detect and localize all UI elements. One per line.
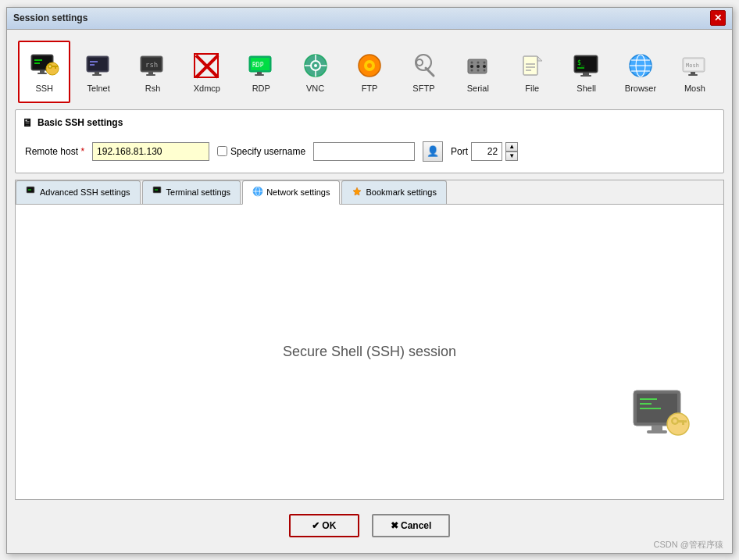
protocol-item-serial[interactable]: Serial (452, 41, 504, 103)
mosh-protocol-label: Mosh (684, 84, 705, 93)
protocol-item-mosh[interactable]: Mosh Mosh (669, 41, 721, 103)
svg-point-40 (367, 63, 372, 68)
protocol-item-rsh[interactable]: rsh Rsh (127, 41, 179, 103)
svg-point-47 (483, 65, 486, 68)
tabs-header: Advanced SSH settingsTerminal settingsNe… (16, 180, 723, 205)
close-button[interactable]: ✕ (710, 10, 726, 26)
svg-point-33 (314, 64, 317, 67)
specify-username-container: Specify username (217, 146, 305, 157)
ssh-icon (29, 51, 60, 82)
window-body: SSH Telnet rsh Rsh Xdmcp RDP (7, 30, 732, 553)
svg-rect-92 (647, 430, 667, 433)
sftp-protocol-label: SFTP (412, 84, 434, 93)
serial-protocol-label: Serial (467, 84, 489, 93)
svg-rect-74 (691, 72, 695, 74)
specify-username-checkbox[interactable] (217, 146, 227, 156)
rdp-icon: RDP (245, 51, 277, 82)
svg-point-8 (48, 65, 51, 67)
svg-point-6 (46, 62, 59, 75)
svg-rect-54 (523, 56, 537, 75)
svg-point-53 (483, 69, 485, 71)
mosh-icon: Mosh (679, 51, 710, 82)
svg-rect-65 (580, 75, 591, 77)
port-spinner-up[interactable]: ▲ (505, 142, 518, 152)
protocol-item-xdmcp[interactable]: Xdmcp (180, 41, 233, 103)
protocol-item-rdp[interactable]: RDP RDP (235, 41, 287, 103)
svg-marker-85 (353, 187, 361, 195)
ftp-icon (354, 51, 385, 82)
svg-line-43 (426, 68, 434, 76)
tab-terminal[interactable]: Terminal settings (142, 180, 241, 204)
shell-icon: $_ (571, 51, 602, 82)
svg-text:rsh: rsh (145, 61, 158, 69)
port-input[interactable] (471, 142, 502, 161)
telnet-protocol-label: Telnet (87, 84, 109, 93)
svg-rect-91 (652, 426, 662, 430)
network-tab-icon (252, 186, 263, 199)
svg-point-52 (477, 69, 479, 71)
rsh-icon: rsh (137, 51, 168, 82)
file-protocol-label: File (525, 84, 539, 93)
svg-rect-22 (146, 74, 155, 76)
svg-rect-9 (52, 66, 57, 67)
basic-settings-panel: 🖥 Basic SSH settings Remote host * Speci… (15, 109, 724, 173)
protocol-item-telnet[interactable]: Telnet (72, 41, 124, 103)
port-container: Port ▲ ▼ (451, 142, 518, 161)
username-icon-button[interactable]: 👤 (423, 141, 443, 162)
specify-username-label[interactable]: Specify username (230, 146, 305, 157)
watermark: CSDN @管程序猿 (654, 539, 723, 551)
tabs-container: Advanced SSH settingsTerminal settingsNe… (15, 180, 724, 500)
protocol-item-browser[interactable]: Browser (614, 41, 666, 103)
terminal-tab-icon (152, 186, 163, 199)
protocol-item-sftp[interactable]: SFTP (398, 41, 450, 103)
advanced-ssh-tab-icon (26, 186, 37, 199)
port-label: Port (451, 146, 468, 157)
tab-network[interactable]: Network settings (242, 180, 340, 205)
svg-rect-98 (685, 420, 687, 423)
basic-settings-header: 🖥 Basic SSH settings (22, 116, 717, 129)
ok-button[interactable]: ✔ OK (289, 514, 359, 537)
protocol-item-file[interactable]: File (506, 41, 559, 103)
xdmcp-icon (191, 51, 223, 82)
file-icon (516, 51, 548, 82)
cancel-button[interactable]: ✖ Cancel (372, 514, 451, 537)
serial-icon (462, 51, 494, 82)
title-bar: Session settings ✕ (7, 8, 732, 30)
footer: ✔ OK ✖ Cancel (15, 506, 724, 545)
bookmark-tab-label: Bookmark settings (366, 187, 436, 197)
advanced-ssh-tab-label: Advanced SSH settings (40, 187, 130, 197)
svg-marker-55 (537, 56, 542, 61)
svg-point-46 (477, 65, 480, 68)
browser-icon (625, 51, 656, 82)
username-input[interactable] (313, 142, 415, 161)
svg-point-48 (470, 61, 473, 63)
svg-point-93 (667, 413, 689, 435)
shell-protocol-label: Shell (577, 84, 595, 93)
remote-host-input[interactable] (92, 142, 209, 161)
svg-point-51 (470, 69, 473, 71)
rdp-protocol-label: RDP (252, 84, 270, 93)
sftp-icon (408, 51, 439, 82)
protocol-item-vnc[interactable]: VNC (289, 41, 341, 103)
browser-protocol-label: Browser (625, 84, 656, 93)
svg-rect-10 (55, 67, 56, 69)
svg-point-95 (673, 419, 677, 423)
network-tab-label: Network settings (266, 187, 330, 197)
bookmark-tab-icon (352, 186, 362, 199)
xdmcp-protocol-label: Xdmcp (194, 84, 220, 93)
svg-point-49 (477, 61, 479, 63)
svg-rect-97 (682, 423, 684, 425)
svg-rect-5 (37, 73, 47, 74)
user-icon: 👤 (427, 145, 439, 157)
session-icon (630, 387, 692, 452)
port-spinner-down[interactable]: ▼ (505, 152, 518, 161)
protocol-item-ftp[interactable]: FTP (343, 41, 395, 103)
tab-advanced-ssh[interactable]: Advanced SSH settings (16, 180, 141, 204)
svg-text:Mosh: Mosh (686, 62, 699, 69)
protocol-item-shell[interactable]: $_ Shell (560, 41, 612, 103)
svg-rect-16 (95, 72, 99, 74)
session-description: Secure Shell (SSH) session (283, 344, 456, 360)
protocol-item-ssh[interactable]: SSH (18, 41, 70, 103)
svg-rect-4 (40, 70, 45, 73)
tab-bookmark[interactable]: Bookmark settings (341, 180, 446, 204)
